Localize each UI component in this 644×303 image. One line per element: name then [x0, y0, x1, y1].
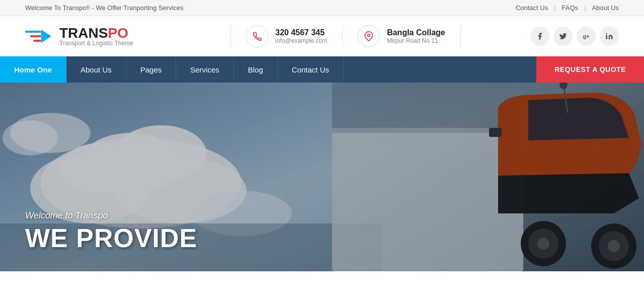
nav-items: Home One About Us Pages Services Blog Co…	[0, 56, 536, 83]
location-block: Bangla Collage Mirpur Road No 11	[343, 25, 461, 47]
topbar-links: Contact Us | FAQs | About Us	[516, 4, 619, 12]
phone-icon	[252, 31, 262, 41]
topbar-welcome: Welcome To Transpo!! - We Offer Tranport…	[25, 4, 184, 12]
navbar: Home One About Us Pages Services Blog Co…	[0, 56, 644, 83]
location-info: Bangla Collage Mirpur Road No 11	[387, 28, 445, 44]
topbar-contact-link[interactable]: Contact Us	[516, 4, 548, 12]
logo-brand: TRANSPO	[59, 26, 133, 40]
phone-number: 320 4567 345	[275, 28, 327, 37]
twitter-button[interactable]	[553, 27, 573, 46]
header-contact-area: 320 4567 345 info@example.com Bangla Col…	[176, 25, 515, 47]
nav-item-about[interactable]: About Us	[66, 56, 126, 83]
nav-item-pages[interactable]: Pages	[126, 56, 177, 83]
phone-icon-circle	[246, 25, 268, 47]
phone-email: info@example.com	[275, 37, 327, 44]
twitter-icon	[559, 32, 567, 40]
facebook-button[interactable]	[530, 27, 549, 46]
googleplus-button[interactable]: g+	[577, 27, 596, 46]
phone-info: 320 4567 345 info@example.com	[275, 28, 327, 44]
location-icon-circle	[358, 25, 380, 47]
topbar-divider-2: |	[584, 4, 586, 12]
nav-item-blog[interactable]: Blog	[234, 56, 278, 83]
logo-lines	[25, 31, 41, 42]
hero-welcome-text: Welcome to Transpo	[25, 210, 197, 221]
nav-item-services[interactable]: Services	[176, 56, 234, 83]
request-quote-button[interactable]: REQUEST A QUOTE	[536, 56, 644, 83]
topbar-faqs-link[interactable]: FAQs	[562, 4, 579, 12]
social-area: g+	[530, 27, 619, 46]
phone-block: 320 4567 345 info@example.com	[230, 25, 343, 47]
logo-brand-main: TRANS	[59, 25, 108, 41]
nav-item-contact[interactable]: Contact Us	[278, 56, 344, 83]
location-icon	[364, 31, 374, 41]
logo-area: TRANSPO Transport & Logistic Theme	[25, 26, 176, 46]
svg-point-0	[368, 34, 370, 37]
facebook-icon	[536, 32, 544, 40]
topbar: Welcome To Transpo!! - We Offer Tranport…	[0, 0, 644, 16]
linkedin-icon	[605, 32, 613, 40]
header: TRANSPO Transport & Logistic Theme 320 4…	[0, 16, 644, 56]
logo-text: TRANSPO Transport & Logistic Theme	[59, 26, 133, 46]
location-address: Mirpur Road No 11	[387, 37, 445, 44]
logo-tagline: Transport & Logistic Theme	[59, 40, 133, 46]
logo-arrow-icon	[41, 30, 51, 43]
logo-icon-group	[25, 30, 51, 43]
hero-section: Welcome to Transpo WE PROVIDE	[0, 83, 644, 271]
logo-line-red-2	[33, 40, 41, 42]
topbar-about-link[interactable]: About Us	[592, 4, 619, 12]
linkedin-button[interactable]	[600, 27, 619, 46]
logo-line-red-1	[30, 35, 41, 37]
nav-item-home[interactable]: Home One	[0, 56, 66, 83]
topbar-divider-1: |	[554, 4, 555, 12]
hero-text-area: Welcome to Transpo WE PROVIDE	[25, 210, 197, 251]
googleplus-icon: g+	[583, 33, 589, 39]
logo-brand-accent: PO	[108, 25, 128, 41]
location-name: Bangla Collage	[387, 28, 445, 37]
logo-line-blue	[25, 31, 41, 33]
hero-headline-text: WE PROVIDE	[25, 225, 197, 251]
